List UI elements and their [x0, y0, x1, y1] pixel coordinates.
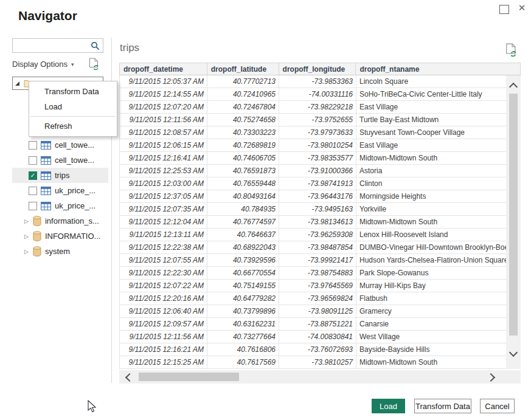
table-cell: 40.7617569	[207, 356, 279, 368]
table-row: 9/11/2015 12:16:21 AM40.7616806-73.76072…	[120, 343, 521, 356]
collapsed-chevron-icon[interactable]: ▷	[24, 233, 29, 239]
tree-item-system[interactable]: ▷system	[12, 244, 108, 259]
table-row: 9/11/2015 12:07:22 AM40.75149155-73.9764…	[120, 280, 521, 292]
table-cell: 40.72410965	[207, 88, 279, 100]
horizontal-scrollbar[interactable]	[119, 370, 521, 384]
tree-item-cell-towe-[interactable]: cell_towe...	[12, 153, 108, 168]
table-cell: SoHo-TriBeCa-Civic Center-Little Italy	[356, 88, 507, 100]
scroll-right-icon[interactable]	[487, 373, 495, 382]
table-cell: 40.64779282	[207, 292, 279, 305]
table-cell: DUMBO-Vinegar Hill-Downtown Brooklyn-Boe…	[356, 241, 507, 253]
menu-item-transform-data[interactable]: Transform Data	[29, 84, 117, 99]
tree-item-label: information_s...	[45, 216, 99, 225]
tree-item-label: INFORMATIO...	[45, 232, 100, 241]
table-row: 9/11/2015 12:08:57 AM40.73303223-73.9797…	[120, 126, 521, 139]
checkbox[interactable]	[29, 202, 37, 210]
table-row: 9/11/2015 12:06:40 AM40.73799896-73.9809…	[120, 305, 521, 318]
data-preview-grid: dropoff_datetimedropoff_latitudedropoff_…	[119, 63, 521, 369]
tree-item-uk-price-[interactable]: uk_price_...	[12, 183, 108, 198]
table-icon	[41, 171, 51, 180]
table-row: 9/11/2015 12:09:57 AM40.63162231-73.8875…	[120, 318, 521, 331]
table-cell: -73.9495163	[279, 203, 356, 215]
table-cell: 9/11/2015 12:22:30 AM	[120, 267, 207, 279]
table-cell: Midtown-Midtown South	[356, 152, 507, 164]
table-cell: -74.00830841	[279, 331, 356, 343]
collapsed-chevron-icon[interactable]: ▷	[24, 218, 29, 224]
grid-header-row: dropoff_datetimedropoff_latitudedropoff_…	[119, 63, 521, 75]
tree-item-cell-towe-[interactable]: cell_towe...	[12, 137, 108, 153]
search-icon[interactable]	[91, 41, 100, 50]
scroll-left-icon[interactable]	[125, 373, 134, 382]
menu-item-load[interactable]: Load	[29, 99, 117, 114]
table-cell: 9/11/2015 12:07:20 AM	[120, 101, 207, 113]
table-cell: Flatbush	[356, 292, 507, 305]
tree-item-label: uk_price_...	[55, 201, 95, 210]
tree-item-informatio-[interactable]: ▷INFORMATIO...	[12, 229, 108, 244]
table-row: 9/11/2015 12:20:16 AM40.64779282-73.9656…	[120, 292, 521, 305]
tree-item-label: cell_towe...	[55, 156, 94, 165]
refresh-source-icon[interactable]	[89, 58, 100, 71]
close-button[interactable]: ✕	[516, 2, 527, 13]
table-cell: -73.91000366	[279, 165, 356, 177]
table-cell: Lincoln Square	[356, 75, 507, 88]
checkbox[interactable]	[29, 187, 37, 195]
tree-item-label: system	[45, 247, 70, 256]
table-cell: 40.76559448	[207, 177, 279, 190]
tree-item-trips[interactable]: ✓trips	[12, 168, 108, 183]
table-cell: 9/11/2015 12:14:55 AM	[120, 88, 207, 100]
vertical-scrollbar[interactable]	[506, 75, 521, 369]
expanded-arrow-icon[interactable]	[15, 81, 19, 86]
tree-item-label: trips	[55, 171, 70, 180]
collapsed-chevron-icon[interactable]: ▷	[24, 249, 29, 255]
table-cell: Murray Hill-Kips Bay	[356, 280, 507, 292]
transform-data-button[interactable]: Transform Data	[414, 399, 471, 413]
table-cell: 40.7646637	[207, 229, 279, 241]
checkbox[interactable]	[29, 156, 37, 165]
table-cell: 40.7616806	[207, 343, 279, 356]
horizontal-scroll-thumb[interactable]	[139, 373, 239, 381]
table-cell: Yorkville	[356, 203, 507, 215]
table-row: 9/11/2015 12:12:04 AM40.76774597-73.9813…	[120, 216, 521, 229]
column-header-dropoff_datetime: dropoff_datetime	[120, 63, 207, 75]
table-cell: 9/11/2015 12:05:37 AM	[120, 75, 207, 88]
scroll-up-icon[interactable]	[509, 83, 518, 91]
cancel-button[interactable]: Cancel	[480, 399, 515, 413]
vertical-scroll-thumb[interactable]	[509, 94, 518, 336]
table-cell: Park Slope-Gowanus	[356, 267, 507, 279]
maximize-button[interactable]	[499, 5, 509, 14]
preview-title: trips	[120, 42, 139, 54]
table-cell: West Village	[356, 331, 507, 343]
table-cell: -73.96569824	[279, 292, 356, 305]
table-cell: 9/11/2015 12:12:04 AM	[120, 216, 207, 228]
search-box[interactable]	[12, 38, 103, 53]
tree-item-label: uk_price_...	[55, 186, 95, 195]
tree-item-uk-price-[interactable]: uk_price_...	[12, 198, 108, 213]
table-cell: 9/11/2015 12:11:56 AM	[120, 331, 207, 343]
table-cell: -73.98353577	[279, 152, 356, 164]
display-options-dropdown[interactable]: Display Options▾	[12, 60, 74, 69]
checkbox[interactable]: ✓	[29, 171, 37, 180]
column-header-dropoff_longitude: dropoff_longitude	[279, 63, 356, 75]
display-options-label: Display Options	[12, 60, 68, 69]
table-cell: 9/11/2015 12:13:11 AM	[120, 229, 207, 241]
table-row: 9/11/2015 12:14:55 AM40.72410965-74.0033…	[120, 88, 521, 101]
checkbox[interactable]	[29, 141, 37, 150]
table-cell: 9/11/2015 12:07:22 AM	[120, 280, 207, 292]
search-input[interactable]	[15, 40, 89, 52]
load-button[interactable]: Load	[372, 399, 405, 413]
refresh-preview-icon[interactable]	[505, 43, 518, 57]
table-cell: -73.98010254	[279, 139, 356, 151]
tree-item-information-s-[interactable]: ▷information_s...	[12, 213, 108, 229]
scroll-down-icon[interactable]	[509, 348, 518, 357]
table-cell: 40.72467804	[207, 101, 279, 113]
table-cell: 9/11/2015 12:25:53 AM	[120, 165, 207, 177]
table-row: 9/11/2015 12:03:00 AM40.76559448-73.9874…	[120, 177, 521, 190]
table-cell: 9/11/2015 12:37:05 AM	[120, 190, 207, 202]
context-menu: Transform DataLoadRefresh	[29, 81, 117, 137]
table-icon	[41, 187, 51, 195]
table-cell: -73.76072693	[279, 343, 356, 356]
table-cell: -73.98134613	[279, 216, 356, 228]
table-cell: -73.9810257	[279, 356, 356, 368]
menu-item-refresh[interactable]: Refresh	[29, 119, 117, 134]
table-row: 9/11/2015 12:16:41 AM40.74606705-73.9835…	[120, 152, 521, 165]
